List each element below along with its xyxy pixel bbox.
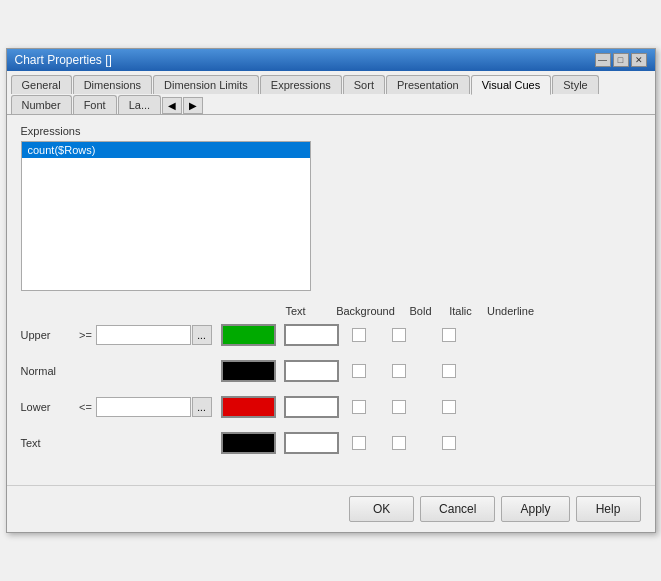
row-upper-input-wrap: ... (96, 325, 216, 345)
row-text-italic-checkbox[interactable] (392, 436, 406, 450)
row-upper-underline-cell (419, 328, 479, 342)
title-bar-controls: — □ ✕ (595, 53, 647, 67)
tab-bar: General Dimensions Dimension Limits Expr… (7, 71, 655, 115)
row-text: Text (21, 429, 641, 457)
row-lower-input-wrap: ... (96, 397, 216, 417)
expressions-list[interactable]: count($Rows) (21, 141, 311, 291)
row-upper: Upper >= ... (21, 321, 641, 349)
row-lower-bold-cell (339, 400, 379, 414)
row-normal-bold-checkbox[interactable] (352, 364, 366, 378)
tab-style[interactable]: Style (552, 75, 598, 94)
grid-header: Text Background Bold Italic Underline (21, 305, 641, 317)
close-button[interactable]: ✕ (631, 53, 647, 67)
header-background: Background (331, 305, 401, 317)
maximize-button[interactable]: □ (613, 53, 629, 67)
row-lower-text-color[interactable] (221, 396, 276, 418)
tab-dimension-limits[interactable]: Dimension Limits (153, 75, 259, 94)
expressions-label: Expressions (21, 125, 641, 137)
tab-sort[interactable]: Sort (343, 75, 385, 94)
row-upper-bold-checkbox[interactable] (352, 328, 366, 342)
row-upper-browse-button[interactable]: ... (192, 325, 212, 345)
tab-dimensions[interactable]: Dimensions (73, 75, 152, 94)
row-upper-bold-cell (339, 328, 379, 342)
apply-button[interactable]: Apply (501, 496, 569, 522)
tab-visual-cues[interactable]: Visual Cues (471, 75, 552, 95)
row-normal-italic-checkbox[interactable] (392, 364, 406, 378)
row-text-italic-cell (379, 436, 419, 450)
ok-button[interactable]: OK (349, 496, 414, 522)
row-lower-italic-cell (379, 400, 419, 414)
row-lower-bg-color[interactable] (284, 396, 339, 418)
content-area: Expressions count($Rows) Text Background… (7, 115, 655, 475)
row-text-text-color[interactable] (221, 432, 276, 454)
header-underline: Underline (481, 305, 541, 317)
row-upper-italic-checkbox[interactable] (392, 328, 406, 342)
row-text-bg-color[interactable] (284, 432, 339, 454)
row-lower-bold-checkbox[interactable] (352, 400, 366, 414)
row-lower-underline-checkbox[interactable] (442, 400, 456, 414)
row-normal-bold-cell (339, 364, 379, 378)
row-text-label: Text (21, 437, 76, 449)
row-lower-input[interactable] (96, 397, 191, 417)
chart-properties-window: Chart Properties [] — □ ✕ General Dimens… (6, 48, 656, 533)
row-text-bold-checkbox[interactable] (352, 436, 366, 450)
row-upper-label: Upper (21, 329, 76, 341)
row-upper-italic-cell (379, 328, 419, 342)
row-lower: Lower <= ... (21, 393, 641, 421)
tab-presentation[interactable]: Presentation (386, 75, 470, 94)
title-bar: Chart Properties [] — □ ✕ (7, 49, 655, 71)
tab-font[interactable]: Font (73, 95, 117, 114)
row-upper-input[interactable] (96, 325, 191, 345)
row-upper-underline-checkbox[interactable] (442, 328, 456, 342)
row-lower-label: Lower (21, 401, 76, 413)
row-upper-op: >= (76, 329, 96, 341)
footer: OK Cancel Apply Help (7, 485, 655, 532)
tab-expressions[interactable]: Expressions (260, 75, 342, 94)
row-text-bold-cell (339, 436, 379, 450)
row-upper-text-color[interactable] (221, 324, 276, 346)
row-normal-italic-cell (379, 364, 419, 378)
expression-item-0[interactable]: count($Rows) (22, 142, 310, 158)
tab-general[interactable]: General (11, 75, 72, 94)
tab-number[interactable]: Number (11, 95, 72, 114)
header-italic: Italic (441, 305, 481, 317)
row-normal-bg-color[interactable] (284, 360, 339, 382)
row-normal-underline-cell (419, 364, 479, 378)
window-title: Chart Properties [] (15, 53, 112, 67)
header-bold: Bold (401, 305, 441, 317)
cancel-button[interactable]: Cancel (420, 496, 495, 522)
row-normal: Normal (21, 357, 641, 385)
row-text-underline-cell (419, 436, 479, 450)
row-upper-bg-color[interactable] (284, 324, 339, 346)
row-normal-underline-checkbox[interactable] (442, 364, 456, 378)
row-lower-italic-checkbox[interactable] (392, 400, 406, 414)
row-text-underline-checkbox[interactable] (442, 436, 456, 450)
tab-nav-left[interactable]: ◀ (162, 97, 182, 114)
header-text: Text (261, 305, 331, 317)
minimize-button[interactable]: — (595, 53, 611, 67)
help-button[interactable]: Help (576, 496, 641, 522)
row-lower-underline-cell (419, 400, 479, 414)
row-lower-op: <= (76, 401, 96, 413)
tab-nav-right[interactable]: ▶ (183, 97, 203, 114)
tab-la[interactable]: La... (118, 95, 161, 114)
row-lower-browse-button[interactable]: ... (192, 397, 212, 417)
row-normal-label: Normal (21, 365, 76, 377)
row-normal-text-color[interactable] (221, 360, 276, 382)
